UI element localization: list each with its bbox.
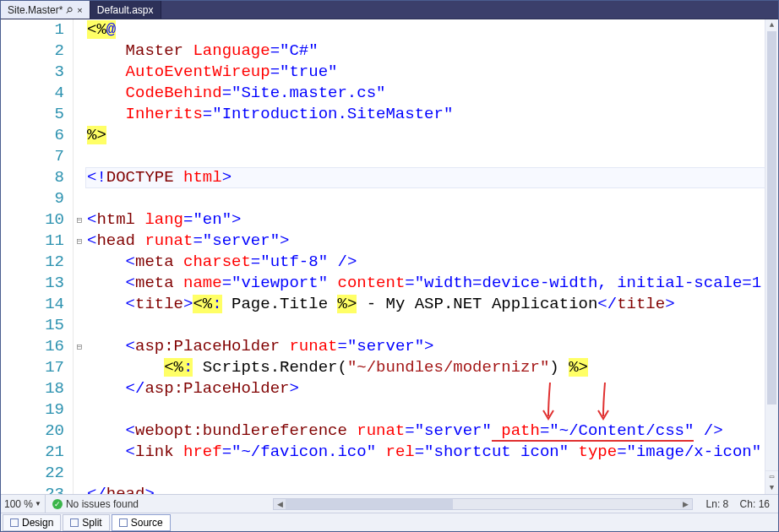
horizontal-scrollbar[interactable]: ◀ ▶ bbox=[273, 498, 692, 510]
line-number: 8 bbox=[1, 167, 64, 188]
code-line: </asp:PlaceHolder> bbox=[85, 378, 778, 399]
code-line: <link href="~/favicon.ico" rel="shortcut… bbox=[85, 442, 778, 463]
code-line: <webopt:bundlereference runat="server" p… bbox=[85, 421, 778, 442]
line-number: 19 bbox=[1, 399, 64, 421]
split-handle-icon[interactable]: ▭ bbox=[765, 470, 778, 482]
code-line bbox=[85, 315, 778, 336]
line-number: 15 bbox=[1, 315, 64, 336]
line-number: 9 bbox=[1, 188, 64, 209]
editor-window: Site.Master* ⚲ × Default.aspx ▾ 1 2 3 4 … bbox=[0, 0, 779, 532]
line-number: 11 bbox=[1, 231, 64, 252]
view-design-button[interactable]: Design bbox=[3, 514, 61, 531]
line-number: 12 bbox=[1, 252, 64, 273]
fold-icon[interactable]: ⊟ bbox=[74, 336, 85, 357]
line-number: 5 bbox=[1, 104, 64, 125]
code-line bbox=[85, 399, 778, 421]
code-line bbox=[85, 146, 778, 167]
scrollbar-thumb[interactable] bbox=[286, 499, 453, 509]
line-number: 22 bbox=[1, 463, 64, 484]
line-number: 16 bbox=[1, 336, 64, 357]
zoom-control[interactable]: 100 % ▼ bbox=[1, 495, 46, 513]
code-line bbox=[85, 463, 778, 484]
close-icon[interactable]: × bbox=[77, 5, 82, 15]
code-line-current: <!DOCTYPE html> bbox=[85, 167, 778, 188]
code-line: <asp:PlaceHolder runat="server"> bbox=[85, 336, 778, 357]
line-number: 7 bbox=[1, 146, 64, 167]
line-number: 20 bbox=[1, 421, 64, 442]
code-line: </head> bbox=[85, 484, 778, 494]
code-line: Master Language="C#" bbox=[85, 41, 778, 62]
line-number: 13 bbox=[1, 273, 64, 294]
tab-site-master[interactable]: Site.Master* ⚲ × bbox=[1, 1, 90, 19]
code-line: <meta name="viewport" content="width=dev… bbox=[85, 273, 778, 294]
line-number: 10 bbox=[1, 209, 64, 231]
issues-text: No issues found bbox=[66, 498, 139, 510]
code-line: <%@ bbox=[85, 19, 778, 41]
code-line bbox=[85, 188, 778, 209]
fold-icon[interactable]: ⊟ bbox=[74, 231, 85, 252]
scroll-left-icon[interactable]: ◀ bbox=[274, 499, 286, 509]
code-line: <%: Scripts.Render("~/bundles/modernizr"… bbox=[85, 357, 778, 378]
tab-label: Default.aspx bbox=[97, 4, 154, 16]
line-number: 23 bbox=[1, 484, 64, 494]
pin-icon[interactable]: ⚲ bbox=[63, 4, 74, 15]
line-number: 2 bbox=[1, 41, 64, 62]
document-tab-bar: Site.Master* ⚲ × Default.aspx bbox=[1, 1, 778, 19]
design-icon bbox=[10, 518, 19, 527]
view-split-button[interactable]: Split bbox=[63, 514, 109, 531]
line-number: 17 bbox=[1, 357, 64, 378]
view-mode-bar: Design Split Source bbox=[1, 513, 778, 531]
check-icon: ✓ bbox=[52, 499, 63, 509]
line-number: 3 bbox=[1, 62, 64, 83]
scrollbar-thumb[interactable] bbox=[767, 31, 776, 404]
cursor-position: Ln: 8 Ch: 16 bbox=[698, 498, 778, 510]
tab-default-aspx[interactable]: Default.aspx bbox=[90, 1, 161, 19]
line-number: 1 bbox=[1, 19, 64, 41]
outline-margin: ⊟ ⊟ ⊟ bbox=[74, 19, 85, 494]
scroll-down-icon[interactable]: ▼ bbox=[765, 482, 778, 494]
zoom-value: 100 % bbox=[4, 498, 33, 510]
scroll-up-icon[interactable]: ▲ bbox=[765, 19, 778, 31]
view-source-button[interactable]: Source bbox=[112, 514, 171, 531]
code-line: CodeBehind="Site.master.cs" bbox=[85, 83, 778, 104]
code-line: <head runat="server"> bbox=[85, 231, 778, 252]
split-icon bbox=[70, 518, 79, 527]
code-line: %> bbox=[85, 125, 778, 146]
fold-icon[interactable]: ⊟ bbox=[74, 209, 85, 231]
code-line: AutoEventWireup="true" bbox=[85, 62, 778, 83]
status-bar: 100 % ▼ ✓ No issues found ◀ ▶ Ln: 8 Ch: … bbox=[1, 494, 778, 513]
issues-indicator[interactable]: ✓ No issues found bbox=[46, 498, 268, 510]
line-number: 6 bbox=[1, 125, 64, 146]
line-number: 14 bbox=[1, 294, 64, 315]
code-line: <title><%: Page.Title %> - My ASP.NET Ap… bbox=[85, 294, 778, 315]
chevron-down-icon[interactable]: ▼ bbox=[35, 500, 41, 508]
source-icon bbox=[119, 518, 128, 527]
code-editor: ▾ 1 2 3 4 5 6 7 8 9 10 11 12 13 14 15 16… bbox=[1, 19, 778, 494]
code-line: <meta charset="utf-8" /> bbox=[85, 252, 778, 273]
tab-label: Site.Master* bbox=[8, 4, 63, 16]
line-number-gutter: 1 2 3 4 5 6 7 8 9 10 11 12 13 14 15 16 1… bbox=[1, 19, 74, 494]
code-area[interactable]: <%@ Master Language="C#" AutoEventWireup… bbox=[85, 19, 778, 494]
line-number: 21 bbox=[1, 442, 64, 463]
scroll-right-icon[interactable]: ▶ bbox=[680, 499, 692, 509]
line-number: 4 bbox=[1, 83, 64, 104]
line-number: 18 bbox=[1, 378, 64, 399]
code-line: <html lang="en"> bbox=[85, 209, 778, 231]
vertical-scrollbar[interactable]: ▲ ▭ ▼ bbox=[765, 19, 778, 494]
code-line: Inherits="Introduction.SiteMaster" bbox=[85, 104, 778, 125]
